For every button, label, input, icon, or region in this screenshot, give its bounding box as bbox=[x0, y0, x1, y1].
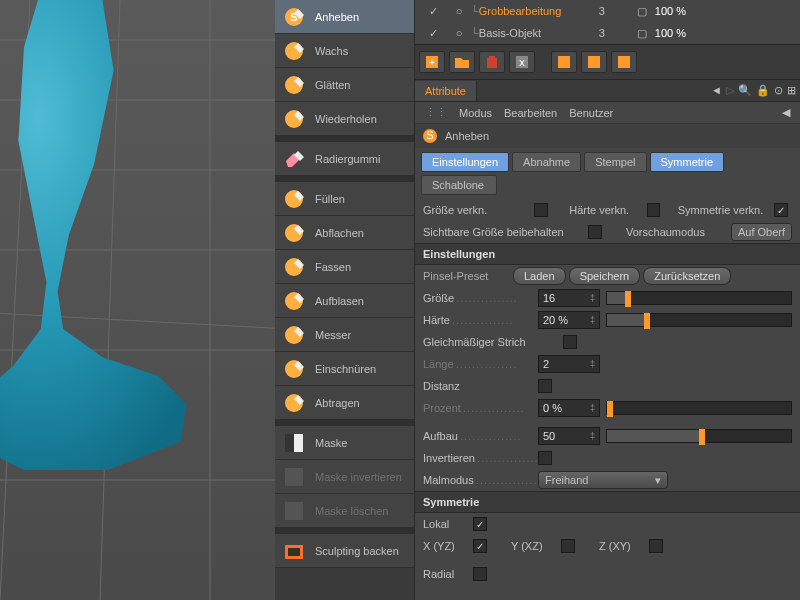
chk-invert[interactable] bbox=[538, 451, 552, 465]
layer-opt3-icon[interactable] bbox=[611, 51, 637, 73]
lock-icon[interactable]: 🔒 bbox=[756, 84, 770, 97]
folder-add-icon[interactable] bbox=[449, 51, 475, 73]
tool-sphere-s[interactable]: SAnheben bbox=[275, 0, 414, 34]
lbl-hard: Härte bbox=[423, 314, 538, 326]
layer-dot-icon[interactable]: ○ bbox=[447, 27, 471, 39]
tool-knife[interactable]: Messer bbox=[275, 318, 414, 352]
slider-hard[interactable] bbox=[606, 313, 792, 327]
subtab-stencil[interactable]: Schablone bbox=[421, 175, 497, 195]
field-pct[interactable]: 0 %‡ bbox=[538, 399, 600, 417]
subtab-settings[interactable]: Einstellungen bbox=[421, 152, 509, 172]
nav-back-icon[interactable]: ◄ bbox=[711, 84, 722, 97]
slider-build[interactable] bbox=[606, 429, 792, 443]
subtab-falloff[interactable]: Abnahme bbox=[512, 152, 581, 172]
chk-even[interactable] bbox=[563, 335, 577, 349]
slider-pct[interactable] bbox=[606, 401, 792, 415]
tool-label: Füllen bbox=[315, 193, 345, 205]
lbl-local: Lokal bbox=[423, 518, 473, 530]
tool-repeat[interactable]: Wiederholen bbox=[275, 102, 414, 136]
tool-label: Glätten bbox=[315, 79, 350, 91]
tool-mask[interactable]: Maske bbox=[275, 426, 414, 460]
dropdown-paint[interactable]: Freihand▾ bbox=[538, 471, 668, 489]
layer-x-icon[interactable]: x bbox=[509, 51, 535, 73]
field-len[interactable]: 2‡ bbox=[538, 355, 600, 373]
menu-modus[interactable]: Modus bbox=[459, 107, 492, 119]
chk-dist[interactable] bbox=[538, 379, 552, 393]
btn-save[interactable]: Speichern bbox=[569, 267, 641, 285]
layer-row[interactable]: ✓○└ Basis-Objekt3▢100 % bbox=[415, 22, 800, 44]
svg-rect-24 bbox=[285, 434, 294, 452]
tool-label: Maske bbox=[315, 437, 347, 449]
tab-attribute[interactable]: Attribute bbox=[415, 81, 477, 101]
layer-add-icon[interactable]: + bbox=[419, 51, 445, 73]
tool-inflate[interactable]: Aufblasen bbox=[275, 284, 414, 318]
tool-pinch[interactable]: Einschnüren bbox=[275, 352, 414, 386]
tool-grab[interactable]: Fassen bbox=[275, 250, 414, 284]
layer-opt1-icon[interactable] bbox=[551, 51, 577, 73]
menu-benutzer[interactable]: Benutzer bbox=[569, 107, 613, 119]
search-icon[interactable]: 🔍 bbox=[738, 84, 752, 97]
tool-mask-inv[interactable]: Maske invertieren bbox=[275, 460, 414, 494]
chk-xyz[interactable] bbox=[473, 539, 487, 553]
lbl-paint: Malmodus bbox=[423, 474, 538, 486]
tool-wax[interactable]: Wachs bbox=[275, 34, 414, 68]
layer-row[interactable]: ✓○└ Grobbearbeitung3▢100 % bbox=[415, 0, 800, 22]
chk-radial[interactable] bbox=[473, 567, 487, 581]
tool-eraser[interactable]: Radiergummi bbox=[275, 142, 414, 176]
subtab-symmetry[interactable]: Symmetrie bbox=[650, 152, 725, 172]
tool-smooth[interactable]: Glätten bbox=[275, 68, 414, 102]
layer-vis-check[interactable]: ✓ bbox=[419, 27, 447, 40]
chk-yxz[interactable] bbox=[561, 539, 575, 553]
preview-dropdown[interactable]: Auf Oberf bbox=[731, 223, 792, 241]
inflate-icon bbox=[281, 288, 307, 314]
brush-title: Anheben bbox=[445, 130, 489, 142]
tool-flatten[interactable]: Abflachen bbox=[275, 216, 414, 250]
subtab-stamp[interactable]: Stempel bbox=[584, 152, 646, 172]
svg-text:+: + bbox=[429, 56, 435, 68]
layer-toggle[interactable]: ▢ bbox=[629, 27, 655, 40]
tool-scrape[interactable]: Abtragen bbox=[275, 386, 414, 420]
layer-vis-check[interactable]: ✓ bbox=[419, 5, 447, 18]
layer-dot-icon[interactable]: ○ bbox=[447, 5, 471, 17]
chk-keep-vis[interactable] bbox=[588, 225, 602, 239]
layer-opt2-icon[interactable] bbox=[581, 51, 607, 73]
field-size[interactable]: 16‡ bbox=[538, 289, 600, 307]
layer-opacity: 100 % bbox=[655, 5, 705, 17]
viewport-3d[interactable] bbox=[0, 0, 275, 600]
layer-toggle[interactable]: ▢ bbox=[629, 5, 655, 18]
tool-mask-del[interactable]: Maske löschen bbox=[275, 494, 414, 528]
svg-rect-35 bbox=[618, 56, 630, 68]
pin-icon[interactable]: ⊙ bbox=[774, 84, 783, 97]
btn-reset[interactable]: Zurücksetzen bbox=[643, 267, 731, 285]
btn-load[interactable]: Laden bbox=[513, 267, 566, 285]
lbl-zxy: Z (XY) bbox=[599, 540, 649, 552]
tool-fill[interactable]: Füllen bbox=[275, 182, 414, 216]
attribute-panel: ✓○└ Grobbearbeitung3▢100 %✓○└ Basis-Obje… bbox=[415, 0, 800, 600]
tool-label: Abtragen bbox=[315, 397, 360, 409]
smooth-icon bbox=[281, 72, 307, 98]
layer-name: Grobbearbeitung bbox=[479, 5, 599, 17]
chk-hard-link[interactable] bbox=[647, 203, 661, 217]
brush-header: S Anheben bbox=[415, 124, 800, 148]
nav-fwd-icon[interactable]: ▷ bbox=[726, 84, 734, 97]
chk-sym-link[interactable] bbox=[774, 203, 788, 217]
field-hard[interactable]: 20 %‡ bbox=[538, 311, 600, 329]
tool-label: Wiederholen bbox=[315, 113, 377, 125]
lbl-len: Länge bbox=[423, 358, 538, 370]
chk-local[interactable] bbox=[473, 517, 487, 531]
svg-rect-34 bbox=[588, 56, 600, 68]
slider-size[interactable] bbox=[606, 291, 792, 305]
chk-zxy[interactable] bbox=[649, 539, 663, 553]
field-build[interactable]: 50‡ bbox=[538, 427, 600, 445]
tool-bake[interactable]: Sculpting backen bbox=[275, 534, 414, 568]
new-window-icon[interactable]: ⊞ bbox=[787, 84, 796, 97]
svg-text:x: x bbox=[519, 56, 525, 68]
chk-size-link[interactable] bbox=[534, 203, 548, 217]
lbl-radial: Radial bbox=[423, 568, 473, 580]
tool-label: Messer bbox=[315, 329, 351, 341]
lbl-invert: Invertieren bbox=[423, 452, 538, 464]
trash-icon[interactable] bbox=[479, 51, 505, 73]
menu-bearbeiten[interactable]: Bearbeiten bbox=[504, 107, 557, 119]
mask-icon bbox=[281, 430, 307, 456]
menu-arrow-icon[interactable]: ◀ bbox=[782, 106, 790, 119]
